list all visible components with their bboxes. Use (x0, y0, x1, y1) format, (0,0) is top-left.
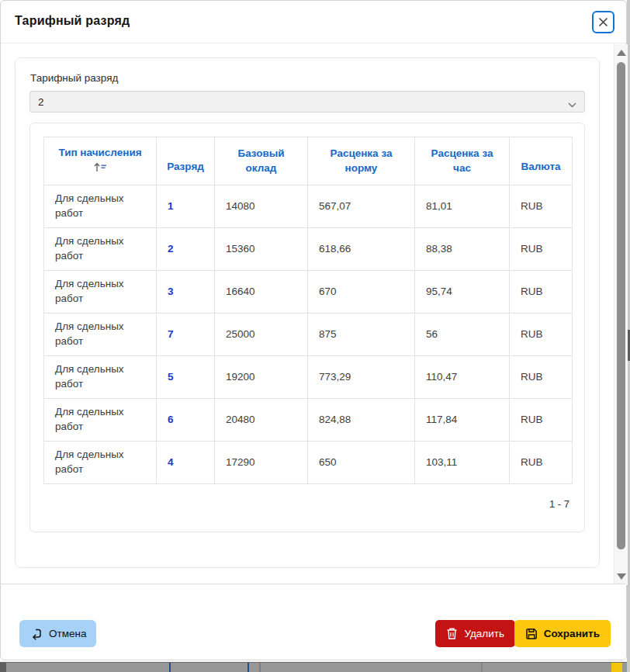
column-header-base-salary[interactable]: Базовый оклад (215, 137, 308, 185)
grade-link[interactable]: 4 (168, 456, 174, 468)
cell-currency: RUB (510, 228, 573, 271)
cell-rate-hour: 110,47 (415, 356, 510, 399)
scrollbar-thumb[interactable] (617, 62, 625, 549)
cell-rate-norm: 618,66 (308, 228, 415, 271)
tariff-grade-selected-value: 2 (38, 96, 44, 108)
sort-ascending-icon (49, 162, 151, 176)
cell-grade: 6 (157, 399, 215, 442)
cell-rate-norm: 670 (308, 271, 415, 313)
cell-rate-hour: 103,11 (415, 442, 510, 484)
save-button[interactable]: Сохранить (514, 620, 611, 647)
dialog-title: Тарифный разряд (15, 14, 130, 28)
rates-table: Тип начисления (43, 137, 573, 484)
table-row: Для сдельных работ 2 15360 618,66 88,38 … (44, 228, 573, 271)
close-icon (598, 17, 608, 27)
dialog-header: Тарифный разряд (1, 1, 626, 43)
tariff-grade-field-label: Тарифный разряд (30, 72, 585, 85)
cell-base-salary: 14080 (215, 185, 308, 228)
cell-grade: 5 (157, 356, 215, 399)
pagination-range: 1 - 7 (43, 498, 569, 510)
cell-rate-hour: 95,74 (415, 271, 510, 313)
cell-rate-hour: 88,38 (415, 228, 510, 271)
background-fragment (481, 663, 483, 672)
scroll-up-arrow-icon[interactable] (617, 50, 626, 56)
cell-rate-norm: 650 (308, 442, 415, 484)
cell-accrual-type: Для сдельных работ (44, 228, 157, 271)
grade-link[interactable]: 7 (168, 328, 174, 340)
table-row: Для сдельных работ 6 20480 824,88 117,84… (44, 399, 573, 442)
chevron-down-icon (568, 99, 576, 110)
cell-rate-norm: 567,07 (308, 185, 415, 228)
go-back-icon (29, 627, 43, 640)
table-row: Для сдельных работ 4 17290 650 103,11 RU… (44, 442, 573, 484)
cell-currency: RUB (510, 271, 573, 313)
column-header-grade[interactable]: Разряд (157, 137, 215, 185)
trash-icon (446, 627, 458, 640)
delete-button[interactable]: Удалить (435, 620, 515, 647)
cell-grade: 1 (157, 185, 215, 228)
column-header-rate-per-hour[interactable]: Расценка за час (415, 137, 510, 185)
delete-button-label: Удалить (464, 628, 504, 639)
cell-rate-norm: 824,88 (308, 399, 415, 442)
cell-base-salary: 25000 (215, 313, 308, 356)
table-row: Для сдельных работ 5 19200 773,29 110,47… (44, 356, 573, 399)
cell-currency: RUB (510, 313, 573, 356)
cell-rate-norm: 875 (308, 313, 415, 356)
cell-base-salary: 19200 (215, 356, 308, 399)
grade-link[interactable]: 5 (168, 371, 174, 383)
cell-currency: RUB (510, 442, 573, 484)
background-page-strip (0, 662, 627, 672)
table-row: Для сдельных работ 7 25000 875 56 RUB (44, 313, 573, 356)
cell-grade: 7 (157, 313, 215, 356)
background-fragment (259, 663, 261, 672)
grade-link[interactable]: 1 (168, 200, 174, 212)
cell-accrual-type: Для сдельных работ (44, 399, 157, 442)
cell-currency: RUB (510, 356, 573, 399)
cancel-button[interactable]: Отмена (19, 620, 96, 647)
cell-base-salary: 15360 (215, 228, 308, 271)
table-row: Для сдельных работ 1 14080 567,07 81,01 … (44, 185, 573, 228)
grade-link[interactable]: 6 (168, 414, 174, 425)
dialog-scrollbar[interactable] (614, 44, 628, 585)
dialog-footer: Отмена Удалить Сохранить (1, 584, 626, 660)
cell-rate-hour: 81,01 (415, 185, 510, 228)
rates-grid-region: Тип начисления (29, 123, 585, 532)
cell-currency: RUB (510, 399, 573, 442)
grade-link[interactable]: 3 (168, 286, 174, 297)
column-header-currency[interactable]: Валюта (510, 137, 573, 185)
cell-grade: 4 (157, 442, 215, 484)
background-fragment (248, 663, 249, 672)
cell-rate-hour: 56 (415, 313, 510, 356)
grade-link[interactable]: 2 (168, 243, 174, 255)
dialog-body: Тарифный разряд 2 (1, 44, 614, 585)
cell-grade: 3 (157, 271, 215, 313)
cell-base-salary: 17290 (215, 442, 308, 484)
scroll-down-arrow-icon[interactable] (617, 573, 626, 580)
cell-currency: RUB (510, 185, 573, 228)
cell-base-salary: 20480 (215, 399, 308, 442)
background-fragment (611, 663, 622, 672)
form-region: Тарифный разряд 2 (15, 57, 600, 568)
table-row: Для сдельных работ 3 16640 670 95,74 RUB (44, 271, 573, 313)
column-header-rate-per-norm[interactable]: Расценка за норму (308, 137, 415, 185)
cancel-button-label: Отмена (49, 628, 86, 639)
table-header-row: Тип начисления (44, 137, 573, 185)
background-fragment (0, 663, 6, 672)
column-header-accrual-type[interactable]: Тип начисления (44, 137, 157, 185)
cell-grade: 2 (157, 228, 215, 271)
tariff-grade-select[interactable]: 2 (29, 91, 585, 113)
cell-accrual-type: Для сдельных работ (44, 356, 157, 399)
save-button-label: Сохранить (544, 628, 600, 639)
tariff-grade-dialog: Тарифный разряд Тарифный разряд 2 (0, 0, 627, 660)
cell-base-salary: 16640 (215, 271, 308, 313)
cell-accrual-type: Для сдельных работ (44, 313, 157, 356)
save-floppy-icon (525, 628, 538, 640)
cell-rate-norm: 773,29 (308, 356, 415, 399)
cell-accrual-type: Для сдельных работ (44, 185, 157, 228)
cell-rate-hour: 117,84 (415, 399, 510, 442)
close-button[interactable] (592, 11, 614, 33)
cell-accrual-type: Для сдельных работ (44, 271, 157, 313)
cell-accrual-type: Для сдельных работ (44, 442, 157, 484)
background-fragment (169, 663, 171, 672)
